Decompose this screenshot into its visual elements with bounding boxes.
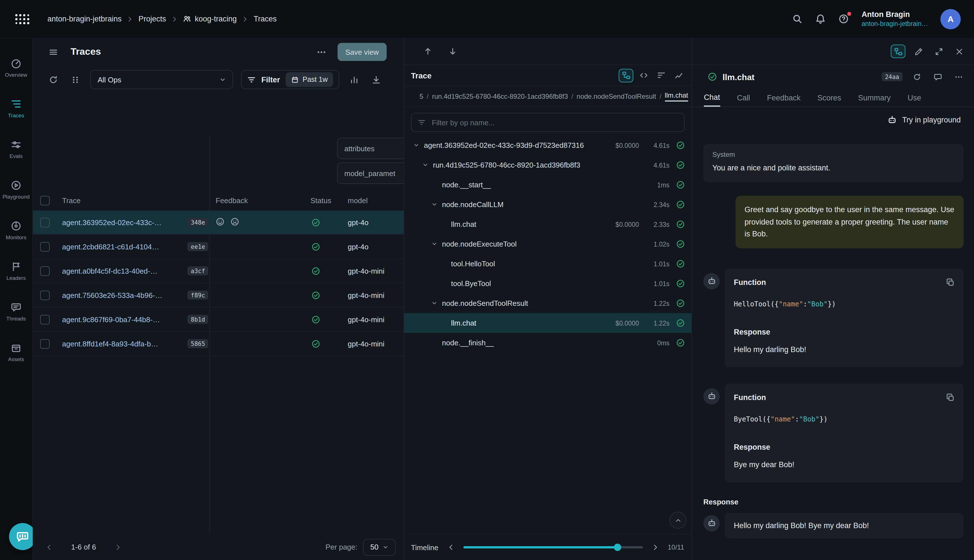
- column-header-feedback[interactable]: Feedback: [207, 197, 304, 205]
- tab-usage[interactable]: Use: [908, 88, 921, 107]
- notifications-bell-icon[interactable]: [816, 13, 826, 24]
- feedback-positive-icon[interactable]: [216, 217, 225, 228]
- table-row[interactable]: agent.2cbd6821-c61d-4104… ee1e gpt-4o: [33, 235, 404, 259]
- tree-node-row-selected[interactable]: llm.chat $0.0000 1.22s: [404, 313, 692, 333]
- time-range-chip[interactable]: Past 1w: [286, 72, 334, 87]
- refresh-icon[interactable]: [46, 73, 60, 87]
- columns-icon[interactable]: [68, 73, 82, 87]
- copy-icon[interactable]: [946, 393, 954, 402]
- tree-node-row[interactable]: node.nodeSendToolResult 1.22s: [404, 293, 692, 313]
- row-checkbox[interactable]: [40, 290, 50, 300]
- edit-pencil-icon[interactable]: [911, 45, 926, 58]
- sidebar-item-traces[interactable]: Traces: [0, 88, 32, 128]
- flame-graph-icon[interactable]: [654, 68, 668, 82]
- tree-node-row[interactable]: node.nodeCallLLM 2.34s: [404, 195, 692, 214]
- try-in-playground-button[interactable]: Try in playground: [692, 107, 974, 132]
- column-header-status[interactable]: Status: [304, 197, 343, 205]
- tree-node-row[interactable]: node.nodeExecuteTool 1.02s: [404, 234, 692, 254]
- row-checkbox[interactable]: [40, 218, 50, 227]
- per-page-select[interactable]: 50: [363, 538, 396, 555]
- save-view-button[interactable]: Save view: [338, 43, 387, 61]
- timeline-next-icon[interactable]: [650, 542, 660, 552]
- chart-view-icon[interactable]: [347, 73, 362, 87]
- tab-feedback[interactable]: Feedback: [767, 88, 801, 107]
- tree-node-row[interactable]: node.__finish__ 0ms: [404, 333, 692, 353]
- chevron-down-icon[interactable]: [422, 162, 431, 168]
- tree-view-icon[interactable]: [619, 68, 633, 82]
- tab-call[interactable]: Call: [737, 88, 750, 107]
- more-options-icon[interactable]: [314, 45, 329, 59]
- column-chip-attributes[interactable]: attributes: [337, 138, 404, 159]
- next-trace-icon[interactable]: [446, 45, 459, 58]
- tab-summary[interactable]: Summary: [858, 88, 891, 107]
- help-icon[interactable]: [839, 13, 849, 24]
- sidebar-item-monitors[interactable]: Monitors: [0, 210, 32, 250]
- search-icon[interactable]: [792, 13, 803, 24]
- scroll-top-button[interactable]: [669, 512, 686, 529]
- table-row[interactable]: agent.363952ed-02ec-433c-… 348e gpt-4o: [33, 210, 404, 235]
- tab-scores[interactable]: Scores: [817, 88, 841, 107]
- breadcrumb-page[interactable]: Traces: [254, 15, 277, 23]
- sidebar-item-assets[interactable]: Assets: [0, 332, 32, 372]
- trace-link[interactable]: agent.8ffd1ef4-8a93-4dfa-b…: [62, 339, 182, 348]
- trace-link[interactable]: agent.363952ed-02ec-433c-…: [62, 218, 182, 227]
- prev-trace-icon[interactable]: [421, 45, 435, 58]
- close-icon[interactable]: [952, 45, 966, 58]
- user-menu[interactable]: Anton Bragin anton-bragin-jetbrain…: [862, 10, 928, 28]
- timeline-prev-icon[interactable]: [446, 542, 456, 552]
- timeline-slider[interactable]: [463, 546, 643, 548]
- chevron-down-icon[interactable]: [431, 300, 440, 307]
- next-page-icon[interactable]: [113, 542, 123, 552]
- span-crumb-fragment[interactable]: 5: [420, 93, 424, 100]
- column-chip-model-parameters[interactable]: model_paramet: [337, 162, 404, 184]
- table-row[interactable]: agent.8ffd1ef4-8a93-4dfa-b… 5865 gpt-4o-…: [33, 332, 404, 356]
- trace-link[interactable]: agent.2cbd6821-c61d-4104…: [62, 242, 182, 251]
- chevron-down-icon[interactable]: [413, 142, 422, 148]
- sidebar-item-evals[interactable]: Evals: [0, 128, 32, 169]
- collapse-sidebar-icon[interactable]: [46, 45, 60, 59]
- column-header-trace[interactable]: Trace: [60, 197, 207, 205]
- tree-node-row[interactable]: run.4d19c525-6780-46cc-8920-1acd396fb8f3…: [404, 155, 692, 175]
- column-header-model[interactable]: model: [343, 197, 404, 205]
- avatar[interactable]: A: [941, 9, 961, 29]
- sidebar-item-playground[interactable]: Playground: [0, 169, 32, 210]
- row-checkbox[interactable]: [40, 339, 50, 348]
- tree-node-row[interactable]: tool.ByeTool 1.01s: [404, 273, 692, 293]
- row-checkbox[interactable]: [40, 315, 50, 324]
- row-checkbox[interactable]: [40, 266, 50, 276]
- select-all-checkbox[interactable]: [40, 196, 50, 205]
- tab-chat[interactable]: Chat: [704, 88, 720, 107]
- copy-icon[interactable]: [946, 278, 954, 287]
- filter-button[interactable]: Filter Past 1w: [241, 70, 340, 89]
- export-download-icon[interactable]: [369, 73, 384, 87]
- breadcrumb-project[interactable]: koog-tracing: [183, 15, 237, 23]
- code-view-icon[interactable]: [636, 68, 651, 82]
- op-filter-input[interactable]: [431, 118, 678, 127]
- tree-node-row[interactable]: agent.363952ed-02ec-433c-93d9-d7523ed873…: [404, 135, 692, 155]
- table-row[interactable]: agent.9c867f69-0ba7-44b8-… 8b1d gpt-4o-m…: [33, 308, 404, 332]
- feedback-negative-icon[interactable]: [230, 217, 239, 228]
- intercom-chat-button[interactable]: [9, 523, 36, 550]
- ops-filter-select[interactable]: All Ops: [90, 70, 233, 89]
- sidebar-item-leaders[interactable]: Leaders: [0, 250, 32, 291]
- more-options-icon[interactable]: [952, 70, 965, 83]
- span-crumb-run[interactable]: run.4d19c525-6780-46cc-8920-1acd396fb8f3: [432, 93, 568, 100]
- table-row[interactable]: agent.a0bf4c5f-dc13-40ed-… a3cf gpt-4o-m…: [33, 259, 404, 283]
- retry-icon[interactable]: [911, 70, 924, 83]
- tree-node-row[interactable]: llm.chat $0.0000 2.33s: [404, 214, 692, 234]
- chevron-down-icon[interactable]: [431, 202, 440, 208]
- span-crumb-active[interactable]: llm.chat: [665, 92, 688, 102]
- prev-page-icon[interactable]: [44, 542, 54, 552]
- trace-link[interactable]: agent.a0bf4c5f-dc13-40ed-…: [62, 267, 182, 275]
- comment-icon[interactable]: [931, 70, 944, 83]
- tree-node-row[interactable]: tool.HelloTool 1.01s: [404, 254, 692, 273]
- timeline-slider-handle[interactable]: [614, 543, 622, 551]
- row-checkbox[interactable]: [40, 242, 50, 252]
- trace-link[interactable]: agent.9c867f69-0ba7-44b8-…: [62, 315, 182, 323]
- breadcrumb-projects[interactable]: Projects: [138, 15, 166, 23]
- graph-view-icon[interactable]: [671, 68, 686, 82]
- expand-fullscreen-icon[interactable]: [931, 45, 946, 58]
- table-row[interactable]: agent.75603e26-533a-4b96-… f89c gpt-4o-m…: [33, 283, 404, 308]
- sidebar-item-threads[interactable]: Threads: [0, 291, 32, 332]
- tree-node-row[interactable]: node.__start__ 1ms: [404, 175, 692, 195]
